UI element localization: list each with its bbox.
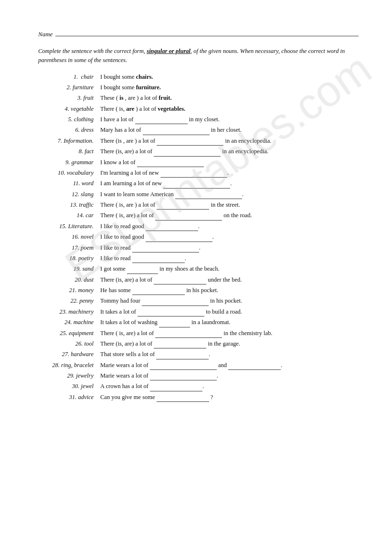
exercise-row: 23. machinery It takes a lot of to build… <box>38 307 359 316</box>
exercise-row: 25. equipment There ( is, are) a lot of … <box>38 329 359 338</box>
sentence: Marie wears a lot of and . <box>100 361 359 370</box>
num-word: 1. chair <box>38 73 100 82</box>
sentence: There ( is, are) a lot of on the road. <box>100 211 359 220</box>
sentence: There (is, are) a lot of in an encyclope… <box>100 147 359 156</box>
exercise-row: 18. poetry I like to read . <box>38 254 359 263</box>
sentence: I like to read good . <box>100 232 359 242</box>
num-word: 26. tool <box>38 339 100 348</box>
num-word: 16. novel <box>38 232 100 242</box>
sentence: There ( is, are ) a lot of in the street… <box>100 200 359 210</box>
exercise-row: 20. dust There (is, are) a lot of under … <box>38 275 359 284</box>
name-underline[interactable] <box>55 29 359 36</box>
num-word: 22. penny <box>38 296 100 305</box>
sentence: I like to read good . <box>100 222 359 231</box>
num-word: 4. vegetable <box>38 105 100 114</box>
num-word: 31. advice <box>38 393 100 402</box>
sentence: There (is , are ) a lot of in an encyclo… <box>100 137 359 146</box>
num-word: 27. hardware <box>38 350 100 359</box>
num-word: 19. sand <box>38 264 100 274</box>
num-word: 7. Information. <box>38 137 100 146</box>
exercises-container: 1. chair I bought some chairs. 2. furnit… <box>38 73 359 402</box>
num-word: 9. grammar <box>38 158 100 167</box>
sentence: It takes a lot of to build a road. <box>100 307 359 316</box>
sentence: I have a lot of in my closet. <box>100 115 359 124</box>
exercise-row: 21. money He has some in his pocket. <box>38 286 359 295</box>
exercise-row: 15. Literature. I like to read good . <box>38 222 359 231</box>
num-word: 17. poem <box>38 243 100 253</box>
sentence: I know a lot of <box>100 158 359 167</box>
exercise-row: 19. sand I got some in my shoes at the b… <box>38 264 359 274</box>
sentence: Tommy had four in his pocket. <box>100 296 359 305</box>
sentence: There (is, are) a lot of under the bed. <box>100 275 359 284</box>
exercise-row: 28. ring, bracelet Marie wears a lot of … <box>38 361 359 370</box>
exercise-row: 11. word I am learning a lot of new . <box>38 179 359 188</box>
exercise-row: 6. dress Mary has a lot of in her closet… <box>38 126 359 135</box>
num-word: 25. equipment <box>38 329 100 338</box>
name-label: Name <box>38 31 53 38</box>
exercise-row: 8. fact There (is, are) a lot of in an e… <box>38 147 359 156</box>
sentence: I want to learn some American . <box>100 190 359 199</box>
num-word: 8. fact <box>38 147 100 156</box>
exercise-row: 7. Information. There (is , are ) a lot … <box>38 137 359 146</box>
num-word: 6. dress <box>38 126 100 135</box>
exercise-row: 24. machine It takes a lot of washing in… <box>38 318 359 327</box>
num-word: 3. fruit <box>38 94 100 103</box>
num-word: 15. Literature. <box>38 222 100 231</box>
num-word: 24. machine <box>38 318 100 327</box>
exercise-row: 2. furniture I bought some furniture. <box>38 83 359 92</box>
sentence: I am learning a lot of new . <box>100 179 359 188</box>
exercise-row: 30. jewel A crown has a lot of . <box>38 382 359 391</box>
instructions-bold: singular or plural <box>147 48 191 54</box>
exercise-row: 3. fruit These ( is , are ) a lot of fru… <box>38 94 359 103</box>
sentence: There (is, are) a lot of in the garage. <box>100 339 359 348</box>
num-word: 13. traffic <box>38 200 100 210</box>
sentence: I bought some chairs. <box>100 73 359 82</box>
num-word: 21. money <box>38 286 100 295</box>
num-word: 11. word <box>38 179 100 188</box>
sentence: That store sells a lot of . <box>100 350 359 359</box>
exercise-row: 12. slang I want to learn some American … <box>38 190 359 199</box>
num-word: 29. jewelry <box>38 371 100 380</box>
sentence: There ( is, are ) a lot of vegetables. <box>100 105 359 114</box>
exercise-row: 22. penny Tommy had four in his pocket. <box>38 296 359 305</box>
num-word: 5. clothing <box>38 115 100 124</box>
num-word: 20. dust <box>38 275 100 284</box>
num-word: 2. furniture <box>38 83 100 92</box>
exercise-row: 9. grammar I know a lot of <box>38 158 359 167</box>
exercise-row: 27. hardware That store sells a lot of . <box>38 350 359 359</box>
instructions-text-before: Complete the sentence with the correct f… <box>38 48 147 54</box>
exercise-row: 29. jewelry Marie wears a lot of . <box>38 371 359 380</box>
num-word: 12. slang <box>38 190 100 199</box>
sentence: I'm learning a lot of new . <box>100 168 359 178</box>
exercise-row: 13. traffic There ( is, are ) a lot of i… <box>38 200 359 210</box>
exercise-row: 17. poem I like to read . <box>38 243 359 253</box>
sentence: I like to read . <box>100 243 359 253</box>
sentence: Can you give me some ? <box>100 393 359 402</box>
exercise-row: 26. tool There (is, are) a lot of in the… <box>38 339 359 348</box>
num-word: 30. jewel <box>38 382 100 391</box>
sentence: A crown has a lot of . <box>100 382 359 391</box>
num-word: 18. poetry <box>38 254 100 263</box>
exercise-row: 1. chair I bought some chairs. <box>38 73 359 82</box>
num-word: 28. ring, bracelet <box>38 361 100 370</box>
num-word: 10. vocabulary <box>38 168 100 178</box>
exercise-row: 16. novel I like to read good . <box>38 232 359 242</box>
sentence: I like to read . <box>100 254 359 263</box>
exercise-row: 4. vegetable There ( is, are ) a lot of … <box>38 105 359 114</box>
exercise-row: 14. car There ( is, are) a lot of on the… <box>38 211 359 220</box>
exercise-row: 10. vocabulary I'm learning a lot of new… <box>38 168 359 178</box>
sentence: These ( is , are ) a lot of fruit. <box>100 94 359 103</box>
sentence: There ( is, are) a lot of in the chemist… <box>100 329 359 338</box>
sentence: He has some in his pocket. <box>100 286 359 295</box>
sentence: I got some in my shoes at the beach. <box>100 264 359 274</box>
sentence: I bought some furniture. <box>100 83 359 92</box>
sentence: Marie wears a lot of . <box>100 371 359 380</box>
sentence: It takes a lot of washing in a laundroma… <box>100 318 359 327</box>
name-line: Name <box>38 29 359 38</box>
exercise-row: 31. advice Can you give me some ? <box>38 393 359 402</box>
num-word: 14. car <box>38 211 100 220</box>
instructions: Complete the sentence with the correct f… <box>38 47 359 65</box>
num-word: 23. machinery <box>38 307 100 316</box>
exercise-row: 5. clothing I have a lot of in my closet… <box>38 115 359 124</box>
sentence: Mary has a lot of in her closet. <box>100 126 359 135</box>
